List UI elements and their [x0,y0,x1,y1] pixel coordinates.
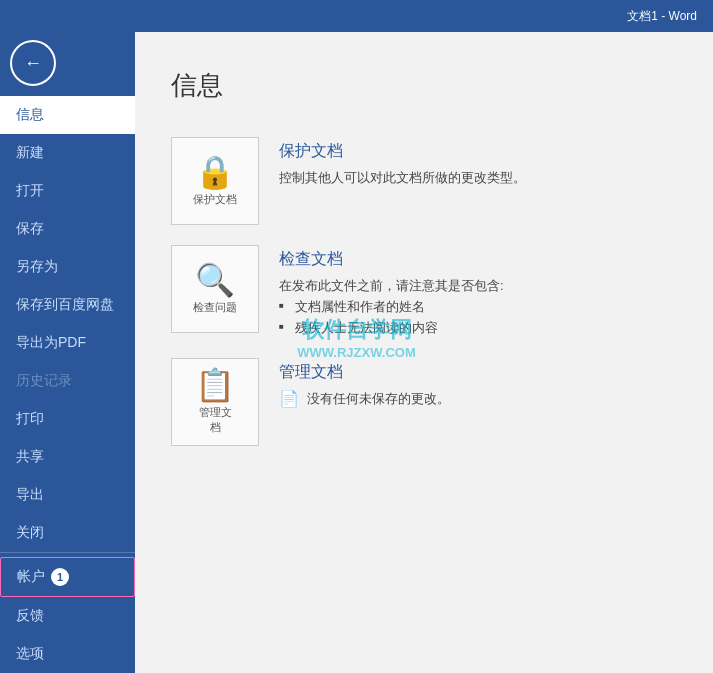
sidebar-item-options[interactable]: 选项 [0,635,135,673]
inspect-icon: 🔍 [195,264,235,296]
sidebar-item-exportpdf[interactable]: 导出为PDF [0,324,135,362]
page-title: 信息 [171,68,673,103]
sidebar-item-feedback[interactable]: 反馈 [0,597,135,635]
sidebar-item-account[interactable]: 帐户 1 [0,557,135,597]
sidebar-item-new[interactable]: 新建 [0,134,135,172]
sidebar-item-close[interactable]: 关闭 [0,514,135,552]
inspect-list-item-1: 文档属性和作者的姓名 [279,297,673,318]
sidebar-item-share[interactable]: 共享 [0,438,135,476]
manage-title: 管理文档 [279,362,673,383]
inspect-desc: 在发布此文件之前，请注意其是否包含: 文档属性和作者的姓名 残疾人士无法阅读的内… [279,276,673,338]
info-section: 🔒 保护文档 保护文档 控制其他人可以对此文档所做的更改类型。 🔍 检查问题 检… [171,131,673,452]
protect-desc: 控制其他人可以对此文档所做的更改类型。 [279,168,673,189]
protect-lock-icon: 🔒 [195,156,235,188]
inspect-card: 🔍 检查问题 检查文档 在发布此文件之前，请注意其是否包含: 文档属性和作者的姓… [171,239,673,344]
manage-icon-label: 管理文 档 [199,405,232,435]
back-button[interactable]: ← [10,40,56,86]
sidebar-nav: 信息 新建 打开 保存 另存为 保存到百度网盘 导出为PDF 历史记录 [0,96,135,673]
sidebar-item-info[interactable]: 信息 [0,96,135,134]
app-body: ← 信息 新建 打开 保存 另存为 保存到百度网盘 导出为PDF [0,32,713,673]
protect-content: 保护文档 控制其他人可以对此文档所做的更改类型。 [279,137,673,189]
manage-desc-text: 没有任何未保存的更改。 [307,390,450,408]
manage-small-icon: 📄 [279,389,299,408]
sidebar-item-save[interactable]: 保存 [0,210,135,248]
sidebar-item-open[interactable]: 打开 [0,172,135,210]
content-area: 信息 🔒 保护文档 保护文档 控制其他人可以对此文档所做的更改类型。 🔍 检查问… [135,32,713,673]
manage-content: 管理文档 📄 没有任何未保存的更改。 [279,358,673,408]
sidebar-item-history: 历史记录 [0,362,135,400]
manage-icon-box[interactable]: 📋 管理文 档 [171,358,259,446]
protect-icon-box[interactable]: 🔒 保护文档 [171,137,259,225]
manage-icon: 📋 [195,369,235,401]
title-bar: 文档1 - Word [0,0,713,32]
title-bar-text: 文档1 - Word [627,8,697,25]
sidebar-item-export[interactable]: 导出 [0,476,135,514]
back-icon: ← [24,53,42,74]
inspect-title: 检查文档 [279,249,673,270]
sidebar-item-print[interactable]: 打印 [0,400,135,438]
inspect-desc-list: 文档属性和作者的姓名 残疾人士无法阅读的内容 [279,297,673,339]
protect-icon-label: 保护文档 [193,192,237,207]
inspect-list-item-2: 残疾人士无法阅读的内容 [279,318,673,339]
protect-title: 保护文档 [279,141,673,162]
sidebar-item-saveas[interactable]: 另存为 [0,248,135,286]
protect-card: 🔒 保护文档 保护文档 控制其他人可以对此文档所做的更改类型。 [171,131,673,231]
inspect-icon-box[interactable]: 🔍 检查问题 [171,245,259,333]
sidebar-bottom: 帐户 1 反馈 选项 [0,552,135,673]
account-badge: 1 [51,568,69,586]
manage-desc-row: 📄 没有任何未保存的更改。 [279,389,673,408]
sidebar-item-savebaiducloud[interactable]: 保存到百度网盘 [0,286,135,324]
inspect-content: 检查文档 在发布此文件之前，请注意其是否包含: 文档属性和作者的姓名 残疾人士无… [279,245,673,338]
inspect-desc-line: 在发布此文件之前，请注意其是否包含: [279,278,504,293]
sidebar: ← 信息 新建 打开 保存 另存为 保存到百度网盘 导出为PDF [0,32,135,673]
manage-card: 📋 管理文 档 管理文档 📄 没有任何未保存的更改。 [171,352,673,452]
inspect-icon-label: 检查问题 [193,300,237,315]
